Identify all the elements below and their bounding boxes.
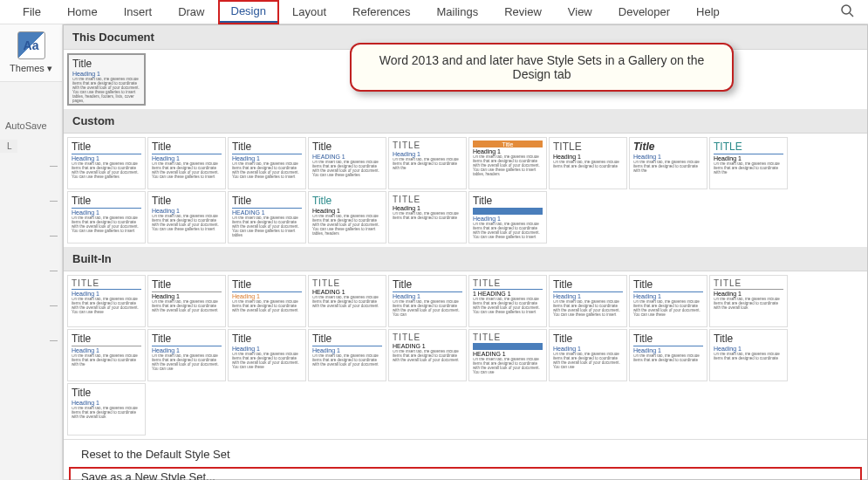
style-tile[interactable]: TitleHEADING 1On the Insert tab, the gal… (228, 191, 306, 243)
tile-heading: HEADING 1 (312, 154, 382, 160)
tab-draw[interactable]: Draw (166, 2, 216, 22)
tile-heading: Heading 1 (72, 71, 140, 77)
tile-title: Title (633, 278, 703, 292)
style-tile[interactable]: TITLEHEADING 1On the Insert tab, the gal… (468, 329, 547, 381)
style-tile[interactable]: TITLEHeading 1On the Insert tab, the gal… (709, 275, 788, 327)
style-tile[interactable]: TitleHeading 1On the Insert tab, the gal… (629, 275, 707, 327)
tile-title: Title (152, 333, 222, 346)
style-tile[interactable]: TitleHEADING 1On the Insert tab, the gal… (308, 137, 386, 189)
tile-title: Title (72, 141, 141, 154)
tile-title: Title (152, 141, 222, 154)
tile-title: Title (232, 141, 302, 154)
tile-heading: Heading 1 (312, 347, 382, 353)
tile-heading: Heading 1 (72, 347, 141, 353)
themes-button[interactable]: Aa Themes ▾ (0, 24, 62, 82)
tab-help[interactable]: Help (684, 2, 732, 22)
style-tile[interactable]: TitleHeading 1On the Insert tab, the gal… (629, 137, 707, 189)
style-tile[interactable]: TITLEHeading 1On the Insert tab, the gal… (549, 137, 627, 189)
style-tile[interactable]: TitleHeading 1On the Insert tab, the gal… (67, 329, 146, 381)
tile-body: On the Insert tab, the galleries include… (553, 161, 623, 169)
style-tile[interactable]: TitleHeading 1On the Insert tab, the gal… (67, 191, 146, 243)
tile-body: On the Insert tab, the galleries include… (232, 353, 302, 370)
tile-body: On the Insert tab, the galleries include… (312, 296, 382, 309)
ruler-tab-marker[interactable]: L (0, 140, 17, 153)
style-tile[interactable]: TITLEHEADING 1On the Insert tab, the gal… (388, 329, 467, 381)
tile-heading: Heading 1 (72, 209, 141, 216)
style-tile[interactable]: TitleHeading 1On the Insert tab, the gal… (147, 329, 226, 381)
tile-body: On the Insert tab, the galleries include… (553, 353, 623, 370)
style-tile[interactable]: TitleHeading 1On the Insert tab, the gal… (549, 275, 627, 327)
search-icon[interactable] (837, 0, 858, 24)
tab-file[interactable]: File (10, 2, 53, 22)
tile-body: On the Insert tab, the galleries include… (312, 161, 382, 178)
save-as-new-style-set[interactable]: Save as a New Style Set... (69, 467, 862, 480)
style-tile[interactable]: TitleHeading 1On the Insert tab, the gal… (67, 137, 146, 189)
style-tile[interactable]: TITLE1 HEADING 1On the Insert tab, the g… (468, 275, 547, 327)
style-tile[interactable]: TitleHeading 1On the Insert tab, the gal… (228, 137, 306, 189)
style-tile[interactable]: TitleHeading 1On the Insert tab, the gal… (308, 329, 386, 381)
tile-title: Title (312, 141, 382, 153)
tab-developer[interactable]: Developer (606, 2, 682, 22)
style-tile[interactable]: Title Heading 1 On the Insert tab, the g… (67, 53, 146, 106)
tab-mailings[interactable]: Mailings (425, 2, 491, 22)
reset-default-style-set[interactable]: Reset to the Default Style Set (64, 443, 867, 465)
tile-heading: HEADING 1 (232, 209, 302, 216)
style-tile[interactable]: TitleHeading 1On the Insert tab, the gal… (549, 329, 627, 381)
tile-title: TITLE (393, 195, 462, 204)
style-tile[interactable]: TitleHeading 1On the Insert tab, the gal… (468, 137, 547, 189)
style-tile[interactable]: TitleHeading 1On the Insert tab, the gal… (308, 191, 386, 243)
tile-body: On the Insert tab, the galleries include… (393, 350, 462, 363)
tile-heading-bar (473, 208, 543, 215)
style-tile[interactable]: TitleHeading 1On the Insert tab, the gal… (388, 275, 467, 327)
tab-review[interactable]: Review (492, 2, 554, 22)
style-tile[interactable]: TitleHeading 1On the Insert tab, the gal… (147, 275, 226, 327)
ruler-tick: — (0, 266, 63, 275)
custom-grid: TitleHeading 1On the Insert tab, the gal… (64, 134, 867, 247)
tile-body: On the Insert tab, the galleries include… (312, 354, 382, 367)
tile-title: Title (393, 278, 462, 292)
style-tile[interactable]: TitleHeading 1On the Insert tab, the gal… (67, 383, 146, 435)
tab-references[interactable]: References (340, 2, 422, 22)
style-tile[interactable]: TitleHeading 1On the Insert tab, the gal… (147, 137, 226, 189)
style-tile[interactable]: TITLEHeading 1On the Insert tab, the gal… (709, 137, 788, 189)
tile-body: On the Insert tab, the galleries include… (473, 155, 543, 177)
tile-body: On the Insert tab, the galleries include… (232, 216, 302, 238)
ruler-tick: — (0, 161, 63, 170)
tile-body: On the Insert tab, the galleries include… (393, 158, 462, 171)
ruler-tick: — (0, 231, 63, 240)
tile-heading: HEADING 1 (312, 289, 382, 295)
style-tile[interactable]: TITLEHeading 1On the Insert tab, the gal… (388, 191, 467, 243)
style-tile[interactable]: TitleHeading 1On the Insert tab, the gal… (709, 329, 788, 381)
tile-heading: Heading 1 (553, 346, 623, 352)
tile-heading: Heading 1 (232, 293, 302, 299)
style-tile[interactable]: TITLEHeading 1On the Insert tab, the gal… (388, 137, 467, 189)
tab-home[interactable]: Home (55, 2, 110, 22)
style-tile[interactable]: TitleHeading 1On the Insert tab, the gal… (228, 275, 306, 327)
tile-body: On the Insert tab, the galleries include… (473, 223, 543, 240)
tab-view[interactable]: View (556, 2, 605, 22)
style-tile[interactable]: TitleHeading 1On the Insert tab, the gal… (468, 191, 547, 243)
style-tile[interactable]: TitleHeading 1On the Insert tab, the gal… (629, 329, 707, 381)
style-tile[interactable]: TitleHeading 1On the Insert tab, the gal… (228, 329, 306, 381)
tile-body: On the Insert tab, the galleries include… (72, 407, 141, 420)
tile-title: Title (232, 278, 302, 292)
tile-title: TITLE (714, 141, 783, 154)
tab-insert[interactable]: Insert (112, 2, 165, 22)
tile-heading: Heading 1 (714, 291, 783, 297)
style-set-gallery: Word 2013 and and later have Style Sets … (63, 24, 868, 480)
tile-heading: Heading 1 (473, 148, 543, 154)
style-tile[interactable]: TitleHeading 1On the Insert tab, the gal… (147, 191, 226, 243)
tile-title: Title (553, 278, 623, 292)
style-tile[interactable]: TITLEHeading 1On the Insert tab, the gal… (67, 275, 146, 327)
tile-heading: Heading 1 (633, 154, 703, 160)
style-tile[interactable]: TITLEHEADING 1On the Insert tab, the gal… (308, 275, 386, 327)
autosave-label: AutoSave (0, 117, 62, 134)
tile-body: On the Insert tab, the galleries include… (232, 300, 302, 313)
tab-layout[interactable]: Layout (280, 2, 338, 22)
tile-heading: Heading 1 (312, 208, 382, 214)
tile-body: On the Insert tab, the galleries include… (152, 354, 222, 372)
tab-design[interactable]: Design (219, 1, 278, 24)
tile-body: On the Insert tab, the galleries include… (714, 298, 783, 311)
tile-title: Title (633, 333, 703, 346)
tile-heading: Heading 1 (393, 205, 462, 211)
